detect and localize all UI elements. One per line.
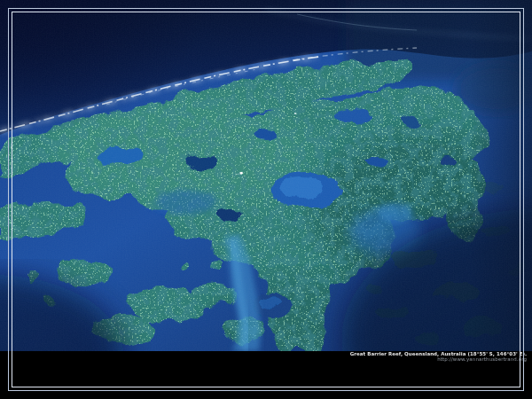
desktop-wallpaper: { "window": { "width": 600, "height": 45… bbox=[0, 0, 532, 399]
reef-aerial-photo bbox=[0, 0, 532, 351]
reef-photo-canvas bbox=[0, 0, 532, 351]
photo-caption-url: http://www.yannarthusbertrand.org bbox=[350, 356, 527, 362]
photo-grain bbox=[0, 0, 532, 351]
photo-caption: Great Barrier Reef, Queensland, Australi… bbox=[350, 351, 527, 362]
